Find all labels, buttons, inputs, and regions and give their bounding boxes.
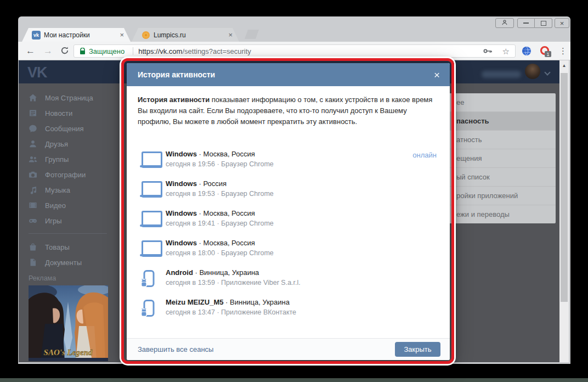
session-device: Android	[166, 268, 193, 277]
sidebar-label: Друзья	[45, 140, 68, 148]
sidebar-item-groups[interactable]: Группы	[29, 153, 122, 166]
tab-close-icon[interactable]: ×	[228, 31, 233, 38]
sidebar-item-goods[interactable]: Товары	[29, 240, 122, 254]
film-icon	[29, 201, 37, 210]
username-blurred	[482, 71, 521, 78]
scroll-up-arrow-icon[interactable]: ▲	[559, 61, 569, 70]
tab-close-icon[interactable]: ×	[120, 31, 124, 38]
lock-icon	[80, 48, 86, 55]
people-icon	[29, 155, 37, 164]
online-status: онлайн	[412, 151, 437, 159]
separator: ·	[197, 150, 203, 158]
scrollbar-thumb[interactable]	[561, 73, 568, 302]
session-details: сегодня в 13:59 · Приложение Viber S.a.r…	[166, 279, 301, 286]
maximize-button[interactable]	[535, 18, 552, 28]
sidebar-label: Игры	[45, 217, 62, 225]
session-details: сегодня в 18:00 · Браузер Chrome	[166, 249, 274, 257]
opera-extension-icon[interactable]: 1	[539, 46, 550, 59]
gamepad-icon	[29, 216, 37, 225]
session-row: Windows · Россия сегодня в 19:53 · Брауз…	[127, 179, 450, 204]
profile-button[interactable]	[495, 18, 514, 28]
intro-bold: История активности	[138, 96, 210, 104]
session-row: Android · Винница, Украина сегодня в 13:…	[127, 268, 450, 293]
reload-icon[interactable]	[60, 46, 69, 57]
sidebar-item-messages[interactable]: Сообщения	[29, 122, 122, 135]
tab-title: Lumpics.ru	[154, 31, 225, 39]
separator: ·	[223, 298, 230, 306]
tab-lumpics[interactable]: Lumpics.ru ×	[132, 28, 239, 42]
laptop-icon	[140, 210, 162, 229]
laptop-icon	[140, 181, 162, 199]
sidebar-label: Музыка	[45, 186, 70, 194]
android-phone-icon	[140, 269, 162, 288]
window-close-button[interactable]: ×	[555, 18, 569, 28]
extension-badge: 1	[545, 51, 551, 57]
session-details: сегодня в 19:53 · Браузер Chrome	[166, 190, 274, 198]
omnibox-divider	[133, 47, 133, 55]
vk-logo[interactable]: VK	[27, 64, 47, 81]
ads-label: Реклама	[29, 274, 56, 282]
sidebar-item-games[interactable]: Игры	[29, 214, 122, 227]
session-device: Windows	[166, 150, 197, 158]
modal-title: История активности	[138, 70, 434, 79]
home-icon	[29, 93, 37, 102]
minimize-button[interactable]	[517, 18, 535, 28]
sidebar-label: Группы	[45, 155, 69, 164]
chat-bubble-icon	[29, 124, 37, 133]
key-icon[interactable]	[483, 48, 493, 54]
sidebar-divider	[29, 233, 107, 234]
session-details: сегодня в 13:47 · Приложение ВКонтакте	[166, 308, 296, 316]
sidebar-item-music[interactable]: Музыка	[29, 183, 122, 196]
close-button[interactable]: Закрыть	[395, 342, 440, 357]
browser-menu-icon[interactable]: ⋮	[559, 47, 567, 55]
session-location: Москва, Россия	[203, 150, 255, 158]
sidebar-item-photos[interactable]: Фотографии	[29, 168, 122, 181]
session-location: Москва, Россия	[203, 239, 255, 247]
session-location: Винница, Украина	[199, 268, 259, 277]
sidebar-label: Документы	[45, 259, 82, 267]
sidebar-label: Видео	[45, 201, 66, 210]
bookmark-star-icon[interactable]: ☆	[502, 47, 510, 55]
sidebar-label: Сообщения	[45, 125, 84, 133]
back-icon[interactable]: ←	[26, 46, 35, 55]
address-bar[interactable]: Защищено https://vk.com /settings?act=se…	[74, 44, 516, 58]
session-location: Россия	[203, 179, 227, 188]
screenshot-root: × vk Мои настройки × Lumpics.ru × ← → За…	[0, 0, 588, 382]
avatar[interactable]	[525, 64, 540, 79]
sidebar-item-friends[interactable]: Друзья	[29, 137, 122, 150]
camera-icon	[29, 170, 37, 179]
modal-close-icon[interactable]: ×	[434, 70, 440, 80]
forward-icon[interactable]: →	[43, 46, 53, 55]
session-row: Windows · Москва, Россия сегодня в 18:00…	[127, 239, 450, 263]
maximize-icon	[541, 21, 546, 26]
session-device: Windows	[166, 239, 197, 247]
android-phone-icon	[140, 299, 162, 318]
sidebar-item-my-page[interactable]: Моя Страница	[29, 91, 122, 104]
globe-extension-icon[interactable]	[522, 46, 532, 58]
session-details: сегодня в 19:41 · Браузер Chrome	[166, 220, 274, 227]
url-path: /settings?act=security	[182, 47, 251, 55]
ad-banner[interactable]: SAO's Legend	[29, 285, 108, 361]
activity-history-modal: История активности × История активности …	[127, 63, 450, 360]
sidebar-item-news[interactable]: Новости	[29, 106, 122, 120]
session-location: Москва, Россия	[203, 209, 255, 217]
sidebar-item-video[interactable]: Видео	[29, 199, 122, 212]
music-note-icon	[29, 186, 37, 194]
session-location: Винница, Украина	[230, 298, 290, 306]
ad-title: SAO's Legend	[44, 348, 93, 357]
session-row: Meizu MEIZU_M5 · Винница, Украина сегодн…	[127, 298, 450, 322]
sidebar-item-documents[interactable]: Документы	[29, 256, 122, 269]
security-label: Защищено	[89, 47, 125, 55]
tab-moi-nastroyki[interactable]: vk Мои настройки ×	[22, 28, 131, 42]
sidebar-label: Товары	[45, 243, 70, 251]
url-host: https://vk.com	[138, 47, 182, 55]
modal-header: История активности ×	[127, 63, 450, 86]
sidebar-label: Моя Страница	[45, 94, 93, 102]
taskbar-edge	[0, 378, 588, 382]
shopping-bag-icon	[29, 243, 37, 251]
separator: ·	[193, 268, 200, 277]
terminate-all-sessions-link[interactable]: Завершить все сеансы	[138, 345, 395, 353]
vk-favicon: vk	[32, 31, 41, 40]
separator: ·	[197, 179, 203, 188]
sidebar-label: Фотографии	[45, 171, 86, 179]
